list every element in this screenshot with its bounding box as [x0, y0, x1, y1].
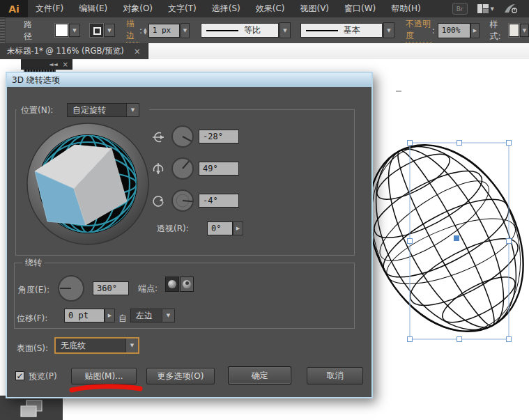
opacity-field[interactable]: 100% — [438, 23, 470, 38]
endpoint-solid-button[interactable] — [165, 277, 179, 292]
brush-value: 基本 — [344, 24, 360, 36]
preview-label: 预览(P) — [29, 369, 57, 383]
workspace-switcher[interactable]: ▼ — [477, 4, 494, 13]
panel-gripper[interactable] — [0, 17, 6, 43]
rotate-x-field[interactable]: -28° — [199, 130, 239, 143]
menu-help[interactable]: 帮助(H) — [383, 0, 428, 17]
preview-checkbox[interactable]: ✓ — [15, 371, 24, 380]
stroke-link[interactable]: 描边 — [126, 18, 139, 42]
illustrator-window: Ai 文件(F) 编辑(E) 对象(O) 文字(T) 选择(S) 效果(C) 视… — [0, 0, 529, 420]
offset-spinner-icon[interactable]: ▶ — [105, 309, 115, 322]
cancel-button[interactable]: 取消 — [307, 367, 363, 384]
offset-from-value: 左边 — [131, 309, 162, 322]
workspace-layout-icon — [477, 4, 489, 13]
brush-dropdown-icon[interactable]: ▼ — [383, 22, 394, 38]
dropdown-arrow-icon[interactable]: ▼ — [162, 309, 174, 322]
stroke-width-field[interactable]: 1 px — [148, 24, 180, 38]
surface-dropdown[interactable]: 无底纹 ▼ — [54, 337, 139, 354]
style-swatch[interactable] — [509, 24, 519, 37]
position-label-front: 位置(N): — [21, 103, 53, 117]
menu-effect[interactable]: 效果(C) — [248, 0, 293, 17]
width-profile-control[interactable]: 等比 ▼ — [201, 22, 291, 38]
stroke-dropdown-arrow-icon[interactable]: ▼ — [104, 24, 115, 37]
brush-preview — [306, 30, 338, 31]
menu-view[interactable]: 视图(V) — [292, 0, 337, 17]
menu-edit[interactable]: 编辑(E) — [71, 0, 115, 17]
perspective-label: 透视(R): — [157, 221, 189, 235]
rotate-y-field[interactable]: 49° — [199, 162, 239, 176]
ok-button[interactable]: 确定 — [228, 366, 291, 384]
surface-value: 无底纹 — [56, 339, 125, 352]
rotate-x-dial[interactable] — [171, 125, 194, 148]
stroke-color-control[interactable]: ▼ — [90, 24, 115, 37]
offset-field[interactable]: 0 pt — [64, 309, 105, 322]
artboards-icon[interactable] — [18, 399, 46, 419]
fill-color-control[interactable]: ▼ — [55, 24, 80, 37]
selection-type-label: 路径 — [24, 19, 37, 42]
more-options-button[interactable]: 更多选项(O) — [146, 368, 215, 384]
perspective-spinner-icon[interactable]: ▶ — [233, 221, 243, 235]
dialog-title-bar[interactable]: 3D 绕转选项 — [7, 73, 371, 87]
panel-collapse-icon[interactable]: ◄◄ — [49, 61, 57, 68]
offset-from-dropdown[interactable]: 左边 ▼ — [130, 309, 175, 322]
rotate-x-axis-icon — [152, 131, 164, 143]
dropdown-arrow-icon[interactable]: ▼ — [126, 104, 139, 116]
stroke-width-dropdown-icon[interactable]: ▼ — [181, 23, 190, 38]
style-dropdown-icon[interactable]: ▼ — [520, 24, 529, 37]
stroke-width-stepper[interactable]: ▲ ▼ — [144, 27, 147, 34]
track-cube-widget[interactable] — [26, 123, 149, 245]
menu-file[interactable]: 文件(F) — [28, 0, 71, 17]
menu-bar: Ai 文件(F) 编辑(E) 对象(O) 文字(T) 选择(S) 效果(C) 视… — [0, 0, 529, 18]
rotate-z-dial[interactable] — [171, 189, 194, 212]
fill-swatch[interactable] — [55, 24, 68, 37]
rotate-y-dial[interactable] — [171, 157, 194, 180]
cs-live-icon[interactable] — [504, 3, 518, 14]
rotate-z-field[interactable]: -4° — [199, 194, 239, 208]
dialog-title: 3D 绕转选项 — [12, 75, 60, 86]
menu-object[interactable]: 对象(O) — [115, 0, 160, 17]
stroke-profile-preview — [206, 30, 238, 31]
dropdown-arrow-icon[interactable]: ▼ — [125, 339, 138, 352]
wireframe-sphere[interactable] — [362, 114, 529, 364]
revolve-options-dialog: 3D 绕转选项 位置(N): 自定旋转 ▼ 位置(N): 自定旋转 ▼ — [6, 72, 373, 398]
width-profile-value: 等比 — [244, 24, 261, 36]
tab-close-icon[interactable]: × — [134, 47, 141, 56]
endpoints-label: 端点: — [138, 281, 158, 295]
surface-label: 表面(S): — [17, 341, 48, 355]
opacity-link[interactable]: 不透明度 — [406, 18, 432, 42]
offset-from-label: 自 — [118, 311, 127, 325]
revolve-sphere-artwork[interactable] — [362, 59, 529, 420]
width-profile-dropdown-icon[interactable]: ▼ — [279, 22, 291, 38]
bridge-icon[interactable]: Br — [452, 3, 468, 15]
check-icon: ✓ — [16, 371, 23, 381]
dialog-body: 位置(N): 自定旋转 ▼ 位置(N): 自定旋转 ▼ — [7, 87, 371, 397]
endpoint-hollow-button[interactable] — [180, 277, 194, 292]
angle-field[interactable]: 360° — [93, 281, 129, 295]
brush-definition-control[interactable]: 基本 ▼ — [300, 22, 394, 38]
floating-panel-header[interactable]: ◄◄ × — [21, 59, 72, 70]
perspective-field[interactable]: 0° — [207, 221, 233, 235]
document-title: 未标题-1* @ 116% (RGB/预览) — [7, 46, 124, 56]
document-tab[interactable]: 未标题-1* @ 116% (RGB/预览) × — [0, 43, 148, 59]
rotate-y-axis-icon — [152, 162, 164, 175]
fill-dropdown-arrow-icon[interactable]: ▼ — [69, 24, 80, 37]
position-dropdown-front[interactable]: 自定旋转 ▼ — [67, 103, 139, 117]
selection-bounding-box[interactable] — [408, 141, 512, 342]
menu-type[interactable]: 文字(T) — [160, 0, 204, 17]
red-marker-annotation — [68, 384, 144, 394]
angle-label: 角度(E): — [18, 283, 49, 297]
menu-select[interactable]: 选择(S) — [204, 0, 248, 17]
step-down-icon[interactable]: ▼ — [144, 31, 147, 34]
menu-window[interactable]: 窗口(W) — [337, 0, 383, 17]
stroke-swatch[interactable] — [90, 24, 103, 37]
app-logo-icon: Ai — [0, 0, 28, 17]
offset-label: 位移(F): — [17, 311, 47, 325]
document-tab-bar: 未标题-1* @ 116% (RGB/预览) × — [0, 43, 529, 59]
angle-dial[interactable] — [57, 274, 85, 302]
opacity-spinner-icon[interactable]: ▶ — [470, 23, 480, 38]
selection-center-point[interactable] — [454, 235, 459, 241]
chevron-down-icon: ▼ — [491, 6, 494, 12]
revolve-group-label: 绕转 — [22, 258, 45, 267]
map-art-button[interactable]: 贴图(M)... — [71, 368, 137, 384]
panel-close-icon[interactable]: × — [63, 61, 68, 68]
